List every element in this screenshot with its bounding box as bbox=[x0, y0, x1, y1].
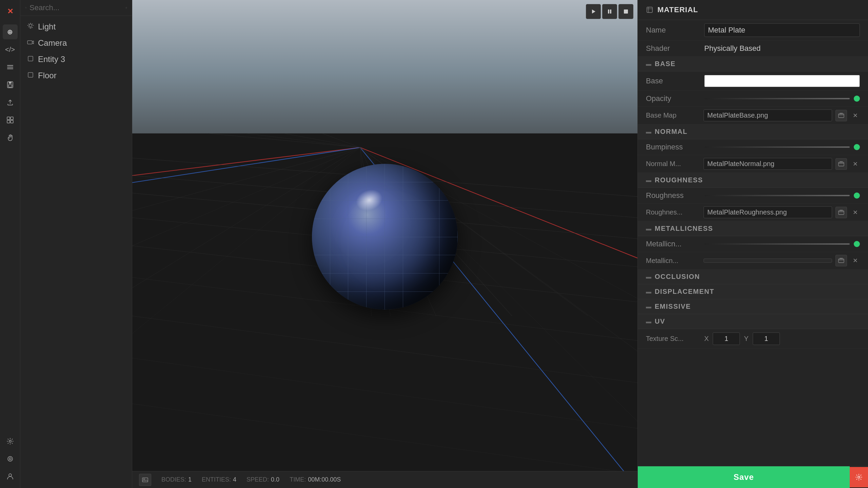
scene-item-entity3[interactable]: Entity 3 bbox=[20, 51, 132, 67]
metallicness-map-label: Metallicn... bbox=[646, 257, 700, 265]
viewport-canvas bbox=[132, 0, 637, 488]
bumpiness-control bbox=[704, 144, 860, 150]
roughness-control bbox=[704, 192, 860, 199]
base-opacity-row: Opacity bbox=[638, 91, 868, 107]
search-icon bbox=[25, 4, 27, 12]
normal-bumpiness-row: Bumpiness bbox=[638, 139, 868, 155]
svg-point-13 bbox=[9, 474, 12, 476]
opacity-control bbox=[704, 96, 860, 102]
svg-rect-6 bbox=[7, 117, 10, 120]
pause-button[interactable] bbox=[602, 4, 617, 19]
scene-item-floor[interactable]: Floor bbox=[20, 67, 132, 84]
metallicness-map-clear-button[interactable]: ✕ bbox=[850, 256, 860, 265]
section-roughness-header[interactable]: ▬ ROUGHNESS bbox=[638, 173, 868, 188]
scene-items-list: Light Camera Entity 3 bbox=[20, 16, 132, 86]
svg-rect-54 bbox=[142, 478, 148, 482]
section-metallicness-label: METALLICNESS bbox=[655, 225, 713, 232]
section-base-label: BASE bbox=[655, 60, 676, 68]
svg-rect-59 bbox=[839, 211, 844, 215]
section-displacement-header[interactable]: ▬ DISPLACEMENT bbox=[638, 284, 868, 299]
scene-item-light-label: Light bbox=[38, 22, 56, 32]
material-icon bbox=[646, 6, 653, 14]
scene-panel: Light Camera Entity 3 bbox=[20, 0, 132, 488]
section-occlusion-header[interactable]: ▬ OCCLUSION bbox=[638, 269, 868, 284]
svg-rect-8 bbox=[7, 120, 10, 123]
svg-rect-56 bbox=[647, 7, 652, 13]
toolbar-grid-icon[interactable] bbox=[3, 113, 18, 127]
toolbar-move-icon[interactable]: ⊕ bbox=[3, 24, 18, 39]
opacity-active-dot bbox=[854, 96, 860, 102]
search-input[interactable] bbox=[29, 3, 123, 12]
roughness-map-filename: MetalPlateRoughness.png bbox=[704, 206, 832, 218]
settings-icon[interactable] bbox=[125, 4, 127, 12]
normal-map-clear-button[interactable]: ✕ bbox=[850, 159, 860, 169]
normal-map-browse-button[interactable] bbox=[835, 158, 847, 170]
section-displacement-collapse-icon: ▬ bbox=[646, 289, 651, 295]
toolbar-user-icon[interactable] bbox=[3, 469, 18, 484]
scene-item-entity3-label: Entity 3 bbox=[38, 55, 65, 64]
metallicness-control bbox=[704, 241, 860, 247]
metallicness-map-row: Metallicn... ✕ bbox=[638, 252, 868, 269]
bumpiness-active-dot bbox=[854, 144, 860, 150]
scene-item-light[interactable]: Light bbox=[20, 19, 132, 35]
bodies-value: 1 bbox=[188, 476, 192, 483]
camera-icon bbox=[27, 39, 34, 47]
roughness-map-clear-button[interactable]: ✕ bbox=[850, 208, 860, 217]
toolbar-hand-icon[interactable] bbox=[3, 130, 18, 145]
bodies-status: BODIES: 1 bbox=[161, 476, 192, 483]
toolbar-upload-icon[interactable] bbox=[3, 95, 18, 110]
svg-point-16 bbox=[29, 24, 32, 27]
sphere-3d[interactable] bbox=[312, 164, 458, 310]
svg-rect-60 bbox=[839, 259, 844, 263]
material-shader-value: Physically Based bbox=[704, 44, 860, 53]
section-metallicness-header[interactable]: ▬ METALLICNESS bbox=[638, 221, 868, 236]
toolbar-layers-icon[interactable] bbox=[3, 60, 18, 75]
material-shader-label: Shader bbox=[646, 44, 700, 53]
section-emissive-header[interactable]: ▬ EMISSIVE bbox=[638, 299, 868, 314]
svg-point-12 bbox=[9, 458, 11, 460]
base-map-clear-button[interactable]: ✕ bbox=[850, 111, 860, 120]
metallicness-active-dot bbox=[854, 241, 860, 247]
save-button[interactable]: Save bbox=[638, 466, 850, 488]
section-roughness-collapse-icon: ▬ bbox=[646, 177, 651, 183]
save-settings-button[interactable] bbox=[850, 467, 868, 487]
section-uv-header[interactable]: ▬ UV bbox=[638, 314, 868, 329]
svg-rect-9 bbox=[11, 120, 13, 123]
scene-item-camera[interactable]: Camera bbox=[20, 35, 132, 51]
base-map-label: Base Map bbox=[646, 111, 700, 119]
uv-x-input[interactable] bbox=[713, 332, 740, 345]
uv-y-input[interactable] bbox=[753, 332, 780, 345]
roughness-active-dot bbox=[854, 192, 860, 199]
metallicness-map-filename bbox=[704, 259, 832, 263]
metallicness-map-browse-button[interactable] bbox=[835, 255, 847, 266]
svg-rect-7 bbox=[11, 117, 13, 120]
material-name-input[interactable] bbox=[704, 23, 860, 37]
base-map-filename: MetalPlateBase.png bbox=[704, 109, 832, 121]
roughness-map-browse-button[interactable] bbox=[835, 207, 847, 218]
play-button[interactable] bbox=[586, 4, 601, 19]
scene-item-floor-label: Floor bbox=[38, 71, 57, 80]
base-map-row: Base Map MetalPlateBase.png ✕ bbox=[638, 107, 868, 124]
toolbar-brush-icon[interactable] bbox=[3, 451, 18, 466]
time-value: 00M:00.00S bbox=[308, 476, 341, 483]
time-status: TIME: 00M:00.00S bbox=[290, 476, 341, 483]
base-map-browse-button[interactable] bbox=[835, 110, 847, 121]
toolbar-settings-icon[interactable] bbox=[3, 434, 18, 449]
left-toolbar: ✕ ⊕ </> bbox=[0, 0, 20, 488]
stop-button[interactable] bbox=[618, 4, 633, 19]
section-displacement-label: DISPLACEMENT bbox=[655, 288, 714, 296]
base-color-row: Base bbox=[638, 72, 868, 91]
uv-y-label: Y bbox=[744, 335, 748, 343]
viewport[interactable]: BODIES: 1 ENTITIES: 4 SPEED: 0.0 TIME: 0… bbox=[132, 0, 637, 488]
toolbar-code-icon[interactable]: </> bbox=[3, 42, 18, 57]
svg-rect-19 bbox=[28, 73, 33, 77]
svg-point-14 bbox=[25, 7, 26, 8]
section-normal-collapse-icon: ▬ bbox=[646, 129, 651, 135]
toolbar-save-icon[interactable] bbox=[3, 77, 18, 92]
section-normal-header[interactable]: ▬ NORMAL bbox=[638, 124, 868, 139]
base-color-swatch[interactable] bbox=[704, 75, 860, 87]
svg-rect-2 bbox=[7, 68, 13, 69]
scene-search-bar bbox=[20, 0, 132, 16]
section-base-header[interactable]: ▬ BASE bbox=[638, 57, 868, 72]
image-icon-button[interactable] bbox=[139, 474, 151, 486]
